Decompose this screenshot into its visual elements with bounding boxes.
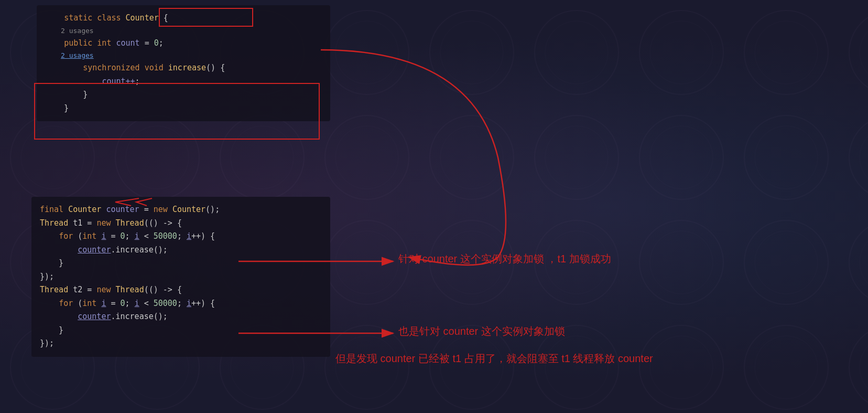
bottom-line-1: final Counter counter = new Counter(); xyxy=(40,203,322,217)
bottom-line-9: counter.increase(); xyxy=(40,310,322,324)
bottom-line-11: }); xyxy=(40,337,322,351)
bottom-line-5: } xyxy=(40,257,322,270)
annotation-2: 也是针对 counter 这个实例对象加锁 xyxy=(398,324,565,338)
bottom-line-7: Thread t2 = new Thread(() -> { xyxy=(40,283,322,297)
code-line-4: count++; xyxy=(45,75,322,89)
bottom-line-4: counter.increase(); xyxy=(40,243,322,257)
code-usages-2: 2 usages xyxy=(45,50,322,61)
bottom-line-8: for (int i = 0; i < 50000; i++) { xyxy=(40,297,322,311)
code-usages-1: 2 usages xyxy=(45,25,322,37)
code-block-top: static class Counter { 2 usages public i… xyxy=(37,5,330,121)
code-line-3: synchronized void increase() { xyxy=(45,61,322,75)
code-block-bottom: final Counter counter = new Counter(); T… xyxy=(31,197,330,357)
code-line-1: static class Counter { xyxy=(45,12,322,25)
code-line-2: public int count = 0; xyxy=(45,37,322,50)
bottom-line-3: for (int i = 0; i < 50000; i++) { xyxy=(40,230,322,243)
annotation-1: 针对 counter 这个实例对象加锁 ，t1 加锁成功 xyxy=(398,252,611,266)
annotation-3: 但是发现 counter 已经被 t1 占用了，就会阻塞至 t1 线程释放 co… xyxy=(335,352,653,366)
bottom-line-10: } xyxy=(40,324,322,337)
code-line-6: } xyxy=(45,102,322,115)
code-line-5: } xyxy=(45,88,322,102)
bottom-line-2: Thread t1 = new Thread(() -> { xyxy=(40,217,322,230)
bottom-line-6: }); xyxy=(40,270,322,284)
